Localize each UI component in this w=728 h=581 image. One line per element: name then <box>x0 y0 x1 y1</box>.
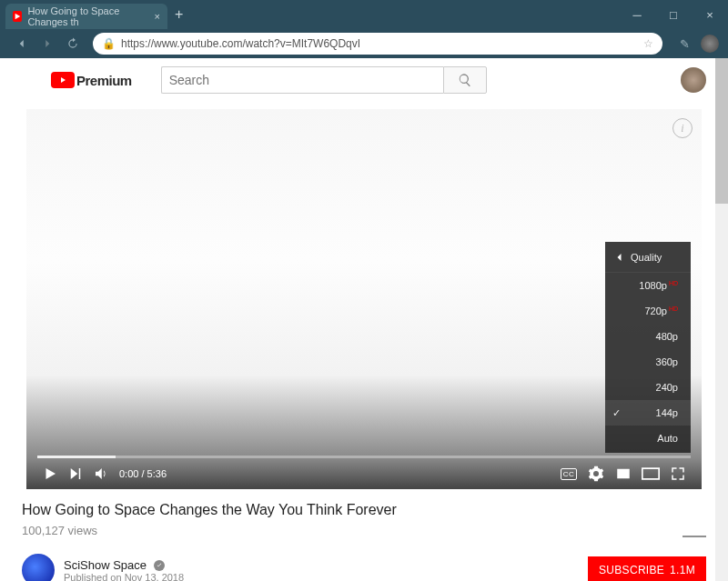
quality-option-144p[interactable]: ✓144p <box>605 400 691 426</box>
search-form <box>161 66 487 94</box>
nav-forward-button[interactable] <box>36 33 58 55</box>
window-maximize-button[interactable]: □ <box>655 0 692 29</box>
channel-row: SciShow Space Published on Nov 13, 2018 … <box>22 554 706 581</box>
channel-avatar[interactable] <box>22 554 55 581</box>
tab-close-icon[interactable]: × <box>155 11 160 22</box>
search-input[interactable] <box>161 66 443 94</box>
verified-badge-icon <box>154 560 165 571</box>
url-text: https://www.youtube.com/watch?v=MIt7W6QD… <box>121 37 360 50</box>
publish-date: Published on Nov 13, 2018 <box>64 572 184 582</box>
sentiment-bar <box>682 536 706 537</box>
captions-button[interactable]: CC <box>556 461 581 486</box>
volume-button[interactable] <box>88 461 114 486</box>
quality-menu-title: Quality <box>631 252 662 263</box>
browser-toolbar: 🔒 https://www.youtube.com/watch?v=MIt7W6… <box>0 29 728 58</box>
extension-icon[interactable]: ✎ <box>675 35 693 53</box>
quality-option-360p[interactable]: 360p <box>605 349 691 375</box>
new-tab-button[interactable]: + <box>175 6 183 23</box>
play-button[interactable] <box>37 461 63 486</box>
time-display: 0:00 / 5:36 <box>119 468 167 479</box>
quality-menu-header[interactable]: Quality <box>605 242 691 273</box>
tab-title: How Going to Space Changes th <box>27 5 154 27</box>
quality-option-auto[interactable]: Auto <box>605 426 691 451</box>
quality-option-label: 240p <box>656 382 678 393</box>
video-meta-row: 100,127 views <box>22 522 706 537</box>
fullscreen-button[interactable] <box>665 461 691 486</box>
youtube-header: Premium <box>0 58 728 102</box>
quality-option-label: 1080p <box>639 280 667 291</box>
lock-icon: 🔒 <box>102 37 116 50</box>
quality-option-720p[interactable]: 720pHD <box>605 298 691 324</box>
time-elapsed: 0:00 <box>119 468 138 479</box>
window-close-button[interactable]: × <box>692 0 728 29</box>
youtube-play-icon <box>51 72 75 88</box>
channel-name[interactable]: SciShow Space <box>64 558 147 572</box>
quality-option-1080p[interactable]: 1080pHD <box>605 273 691 298</box>
player-controls: 0:00 / 5:36 CC <box>26 458 702 489</box>
page-content: i Quality 1080pHD720pHD480p360p240p✓144p… <box>0 102 728 581</box>
theater-button[interactable] <box>638 461 663 486</box>
quality-option-label: 720p <box>644 306 666 316</box>
scrollbar-thumb[interactable] <box>715 58 728 204</box>
page-scrollbar[interactable] <box>715 58 728 581</box>
subscribe-button[interactable]: SUBSCRIBE1.1M <box>588 556 706 581</box>
quality-option-240p[interactable]: 240p <box>605 375 691 400</box>
youtube-favicon <box>13 11 22 22</box>
check-icon: ✓ <box>612 407 621 419</box>
quality-option-label: 480p <box>656 331 678 342</box>
info-card-icon[interactable]: i <box>672 118 693 138</box>
nav-back-button[interactable] <box>11 33 33 55</box>
browser-profile-avatar[interactable] <box>701 35 719 53</box>
settings-button[interactable] <box>583 461 609 486</box>
quality-option-label: Auto <box>657 433 678 444</box>
quality-option-label: 360p <box>656 356 678 367</box>
quality-menu: Quality 1080pHD720pHD480p360p240p✓144pAu… <box>605 242 691 453</box>
miniplayer-button[interactable] <box>611 461 636 486</box>
video-player[interactable]: i Quality 1080pHD720pHD480p360p240p✓144p… <box>26 109 702 489</box>
search-button[interactable] <box>443 66 487 94</box>
window-minimize-button[interactable]: ─ <box>619 0 655 29</box>
chevron-left-icon <box>614 252 625 263</box>
subscriber-count: 1.1M <box>670 564 695 576</box>
account-avatar[interactable] <box>681 67 706 93</box>
view-count: 100,127 views <box>22 524 97 537</box>
logo-text: Premium <box>76 73 132 88</box>
search-icon <box>458 73 472 87</box>
youtube-logo[interactable]: Premium <box>51 72 132 88</box>
address-bar[interactable]: 🔒 https://www.youtube.com/watch?v=MIt7W6… <box>93 33 662 55</box>
quality-option-label: 144p <box>656 407 678 418</box>
bookmark-star-icon[interactable]: ☆ <box>643 37 653 50</box>
video-title: How Going to Space Changes the Way You T… <box>22 502 706 518</box>
next-button[interactable] <box>63 461 88 486</box>
hd-badge: HD <box>669 306 678 312</box>
browser-titlebar: How Going to Space Changes th × + ─ □ × <box>0 0 728 29</box>
time-total: 5:36 <box>147 468 167 479</box>
hd-badge: HD <box>669 280 678 286</box>
quality-option-480p[interactable]: 480p <box>605 324 691 349</box>
subscribe-label: SUBSCRIBE <box>599 564 664 576</box>
nav-reload-button[interactable] <box>62 33 84 55</box>
browser-tab[interactable]: How Going to Space Changes th × <box>5 4 167 29</box>
